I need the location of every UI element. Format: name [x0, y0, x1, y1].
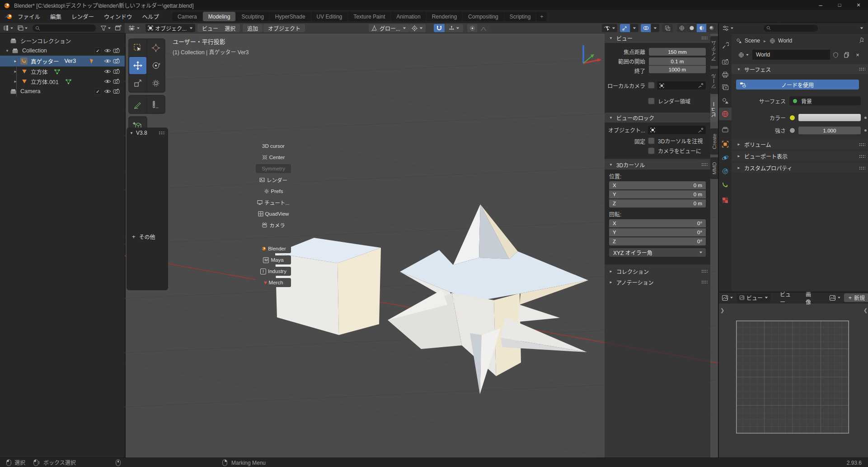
tab-collection-icon[interactable] — [722, 126, 729, 133]
lock-to-cursor-checkbox[interactable] — [648, 137, 655, 144]
unlink-datablock-button[interactable]: × — [853, 50, 863, 60]
sidebar-expand-arrow-left[interactable]: ❯ — [720, 307, 724, 313]
drag-handle[interactable] — [159, 131, 165, 135]
drag-handle[interactable] — [701, 280, 708, 284]
viewport-display-panel-header[interactable]: ► ビューポート表示 — [732, 151, 868, 161]
panel-collapse-arrow[interactable]: ▼ — [130, 131, 133, 135]
n-tab-mmd[interactable]: MMD — [710, 157, 718, 179]
menu-render[interactable]: レンダー — [66, 10, 99, 23]
local-camera-checkbox[interactable] — [648, 82, 655, 89]
editor-type-properties-icon[interactable] — [723, 25, 729, 31]
camera-visibility-icon[interactable] — [113, 69, 120, 74]
tab-texture-paint[interactable]: Texture Paint — [348, 12, 390, 21]
image-datablock-icon[interactable] — [829, 295, 836, 301]
image-menu-view[interactable]: ビュー — [775, 292, 801, 303]
tab-render-icon[interactable] — [722, 58, 729, 66]
volume-panel-header[interactable]: ► ボリューム — [732, 140, 868, 149]
editor-type-outliner-icon[interactable] — [3, 25, 9, 31]
lock-object-field[interactable] — [648, 126, 706, 134]
proportional-falloff-dropdown[interactable] — [478, 24, 489, 32]
view-panel-header[interactable]: ▼ ビュー — [605, 33, 710, 43]
tool-measure[interactable] — [147, 96, 164, 113]
sidebar-expand-arrow-right[interactable]: ❮ — [863, 307, 868, 313]
proportional-edit-toggle[interactable] — [467, 24, 477, 32]
outliner-row-collection[interactable]: ▼ Collection ✓ — [0, 46, 125, 56]
eye-icon[interactable] — [104, 69, 111, 74]
n-tab-create[interactable]: Create — [710, 128, 718, 155]
snap-toggle[interactable] — [434, 24, 445, 32]
tool-cursor[interactable] — [147, 39, 164, 57]
xray-toggle[interactable] — [662, 24, 673, 32]
menu-select[interactable]: 選択 — [220, 24, 240, 32]
pivot-point-dropdown[interactable] — [409, 24, 426, 32]
tab-scripting[interactable]: Scripting — [504, 12, 536, 21]
transform-orientation-dropdown[interactable]: グロー... — [369, 24, 409, 32]
collection-checkbox[interactable]: ✓ — [94, 88, 101, 95]
pin-icon[interactable] — [859, 37, 865, 43]
tab-object-icon[interactable] — [722, 141, 729, 148]
cursor-location-x[interactable]: X0 m — [609, 181, 706, 189]
tool-annotate[interactable] — [129, 96, 146, 113]
empty-axes-gizmo[interactable] — [583, 45, 602, 63]
eye-icon[interactable] — [104, 58, 111, 64]
strength-animate-dot[interactable] — [864, 129, 867, 132]
properties-search-input[interactable] — [764, 25, 818, 32]
camera-visibility-icon[interactable] — [113, 79, 120, 84]
custom-properties-panel-header[interactable]: ► カスタムプロパティ — [732, 163, 868, 173]
tab-compositing[interactable]: Compositing — [463, 12, 504, 21]
cursor-panel-header[interactable]: ▼ 3Dカーソル — [605, 160, 710, 170]
tab-texture-icon[interactable] — [722, 197, 729, 204]
editor-type-3d-viewport-icon[interactable] — [128, 25, 135, 31]
annotations-panel-header[interactable]: ► アノテーション — [605, 277, 710, 287]
shading-rendered-button[interactable] — [707, 24, 716, 32]
overlays-toggle[interactable] — [641, 24, 651, 32]
tab-rendering[interactable]: Rendering — [427, 12, 462, 21]
outliner-search-input[interactable] — [33, 24, 96, 32]
visibility-dropdown[interactable] — [602, 24, 617, 32]
drag-handle[interactable] — [859, 143, 865, 146]
quick-button-quadview[interactable]: QuadView — [256, 209, 291, 218]
tab-physics-icon[interactable] — [722, 154, 729, 161]
gizmos-options-dropdown[interactable] — [630, 24, 638, 32]
new-collection-icon[interactable] — [115, 25, 122, 31]
camera-visibility-icon[interactable] — [113, 48, 120, 53]
menu-view[interactable]: ビュー — [197, 24, 223, 32]
quick-button-symmetry[interactable]: Symmetry — [256, 164, 291, 173]
drag-handle[interactable] — [701, 269, 708, 273]
focal-length-field[interactable]: 150 mm — [649, 48, 706, 56]
collection-checkbox[interactable]: ✓ — [94, 47, 101, 54]
tool-rotate[interactable] — [147, 57, 164, 74]
tab-object-data-icon[interactable] — [722, 181, 729, 189]
menu-add[interactable]: 追加 — [243, 24, 263, 32]
image-mode-selector[interactable]: ビュー — [737, 294, 770, 302]
expand-arrow-icon[interactable]: ▼ — [5, 49, 9, 53]
properties-filter-dropdown[interactable] — [860, 27, 863, 29]
quick-more-row[interactable]: + その他 — [132, 233, 155, 241]
tab-modeling[interactable]: Modeling — [203, 12, 236, 21]
display-mode-icon[interactable] — [17, 25, 23, 31]
eye-icon[interactable] — [104, 89, 111, 94]
camera-visibility-icon[interactable] — [113, 58, 120, 64]
tool-transform[interactable] — [147, 75, 164, 92]
tab-output-icon[interactable] — [722, 71, 729, 78]
world-name-field[interactable]: World — [752, 50, 830, 60]
cursor-rotation-y[interactable]: Y0° — [609, 228, 706, 236]
quick-button-3d-cursor[interactable]: 3D cursor — [256, 142, 291, 151]
add-workspace-button[interactable]: + — [536, 12, 547, 21]
overlays-options-dropdown[interactable] — [651, 24, 659, 32]
cursor-location-z[interactable]: Z0 m — [609, 199, 706, 208]
uv-grid[interactable] — [736, 321, 849, 434]
tool-scale[interactable] — [129, 75, 146, 92]
tool-select-box[interactable] — [129, 39, 146, 57]
world-browse-dropdown[interactable] — [735, 50, 752, 60]
drag-handle[interactable] — [701, 36, 708, 40]
tab-constraints-icon[interactable] — [722, 168, 729, 175]
strength-socket-dot[interactable] — [789, 127, 795, 133]
tab-sculpting[interactable]: Sculpting — [236, 12, 269, 21]
tab-view-layer-icon[interactable] — [722, 84, 729, 91]
blender-menu-logo-icon[interactable] — [5, 14, 13, 20]
cursor-rotation-z[interactable]: Z0° — [609, 237, 706, 245]
outliner-row-getter[interactable]: ► 真ゲッター Ver3 — [0, 56, 125, 66]
cube-object[interactable] — [275, 238, 381, 335]
menu-file[interactable]: ファイル — [13, 10, 45, 23]
